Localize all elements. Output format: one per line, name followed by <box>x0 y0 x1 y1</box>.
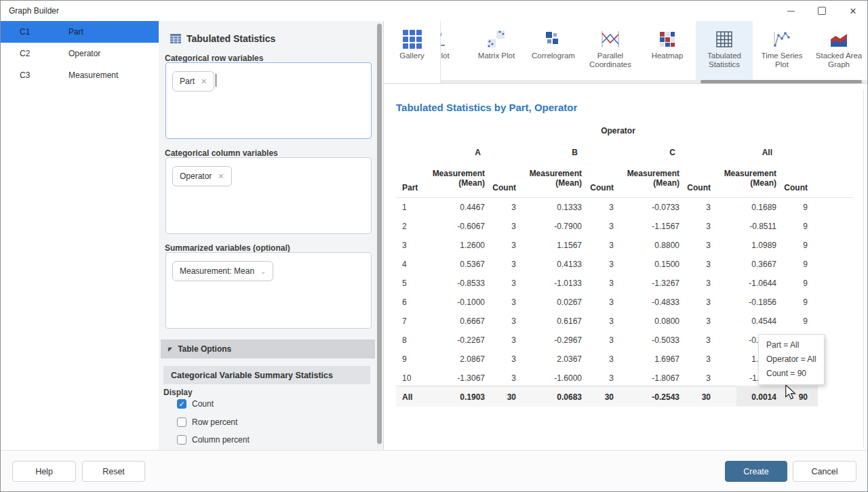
table-row-cell: 3 <box>679 217 711 236</box>
gallery-scrollbar[interactable] <box>440 80 868 83</box>
gallery-tab-matrix-plot[interactable]: Matrix Plot <box>468 21 525 80</box>
table-row-cell: 9 <box>776 293 808 312</box>
table-row-cell: 3 <box>679 312 711 331</box>
column-id: C1 <box>20 27 47 37</box>
help-button[interactable]: Help <box>12 461 76 482</box>
table-row-cell: 1.6967 <box>614 350 679 369</box>
dialog-footer: Help Reset Create Cancel <box>1 450 868 492</box>
table-row-cell: 3 <box>485 255 516 274</box>
parallel-coordinates-icon <box>599 28 621 50</box>
table-row-part: 5 <box>396 274 429 293</box>
panel-scrollbar[interactable] <box>377 22 382 447</box>
spacer <box>582 142 614 163</box>
gallery-scrollbar-thumb[interactable] <box>701 80 862 83</box>
create-button[interactable]: Create <box>725 461 787 482</box>
table-row-all-cell: 30 <box>582 388 614 407</box>
checkbox-count[interactable]: ✓Count <box>177 399 214 409</box>
maximize-button[interactable] <box>806 1 837 21</box>
gallery-tab-gallery[interactable]: Gallery <box>384 21 441 83</box>
graph-builder-window: Graph Builder ✕ C1PartC2OperatorC3Measur… <box>0 0 868 492</box>
data-tooltip: Part = AllOperator = AllCount = 90 <box>758 334 825 385</box>
checkbox-column-percent[interactable]: Column percent <box>177 435 250 445</box>
chip-label: Measurement: Mean <box>180 266 254 276</box>
chevron-down-icon[interactable]: ⌄ <box>260 268 266 275</box>
table-row-all-cell: 30 <box>679 388 711 407</box>
table-row-cell: 3 <box>679 198 711 217</box>
table-row-cell: 3 <box>485 369 516 388</box>
stacked-area-icon <box>828 28 850 50</box>
table-row-all-cell: 0.1903 <box>429 388 485 407</box>
time-series-icon <box>771 28 793 50</box>
gallery-tab-label: Matrix Plot <box>468 52 525 60</box>
builder-panel-title: Tabulated Statistics <box>170 33 275 44</box>
column-name: Part <box>68 27 83 37</box>
table-row-cell: 0.3667 <box>711 255 776 274</box>
unchecked-checkbox-icon[interactable] <box>177 435 186 445</box>
checkbox-row-percent[interactable]: Row percent <box>177 417 237 427</box>
table-row-cell: -0.4833 <box>614 293 679 312</box>
gallery-tab-stacked-area-graph[interactable]: Stacked Area Graph <box>810 21 867 80</box>
gallery-tab-label: Stacked Area Graph <box>810 52 867 69</box>
table-row-cell: 3 <box>679 350 711 369</box>
tooltip-line: Count = 90 <box>766 367 816 381</box>
table-row-cell: 9 <box>776 274 808 293</box>
cancel-button[interactable]: Cancel <box>793 461 856 482</box>
gallery-tab-time-series-plot[interactable]: Time Series Plot <box>753 21 810 80</box>
gallery-tab-correlogram[interactable]: Correlogram <box>525 21 582 80</box>
table-row-cell: -0.0733 <box>614 198 679 217</box>
gallery-tab-label: Heatmap <box>639 52 696 60</box>
table-row-cell: -0.2267 <box>429 331 485 350</box>
reset-button[interactable]: Reset <box>82 461 145 482</box>
checked-checkbox-icon[interactable]: ✓ <box>177 399 186 409</box>
table-row-cell: 0.4467 <box>429 198 485 217</box>
table-row-cell: 9 <box>776 236 808 255</box>
unchecked-checkbox-icon[interactable] <box>177 417 186 427</box>
table-row-cell: -0.1856 <box>711 293 776 312</box>
sidebar-item-measurement[interactable]: C3Measurement <box>1 64 159 86</box>
summarized-variables-dropzone[interactable]: Measurement: Mean⌄ <box>165 252 372 329</box>
table-row-cell: 3 <box>485 236 516 255</box>
gallery-tab-heatmap[interactable]: Heatmap <box>639 21 696 80</box>
table-row-cell: 2.0867 <box>429 350 485 369</box>
column-id: C2 <box>20 49 47 58</box>
close-button[interactable]: ✕ <box>837 1 868 21</box>
collapse-triangle-icon: ◤ <box>168 346 172 352</box>
remove-chip-icon[interactable]: ✕ <box>201 77 207 86</box>
table-row-cell: 0.8800 <box>614 236 679 255</box>
panel-scrollbar-thumb[interactable] <box>377 24 382 444</box>
table-row-cell: 3 <box>582 255 614 274</box>
table-row-cell: 0.5367 <box>429 255 485 274</box>
measurement-mean-column-header: Measurement(Mean) <box>711 163 776 197</box>
column-variables-dropzone[interactable]: Operator✕ <box>165 157 372 234</box>
table-row-cell: 0.1333 <box>516 198 582 217</box>
table-row-cell: 0.6667 <box>429 312 485 331</box>
column-name: Measurement <box>68 70 118 80</box>
table-icon <box>170 34 181 44</box>
table-row-cell: -1.0133 <box>516 274 582 293</box>
part-column-header: Part <box>396 163 429 197</box>
sidebar-item-operator[interactable]: C2Operator <box>1 43 159 64</box>
table-options-header[interactable]: ◤ Table Options <box>161 340 375 358</box>
table-row-part: 6 <box>396 293 429 312</box>
sidebar-item-part[interactable]: C1Part <box>1 21 159 43</box>
variable-chip-measurement-mean[interactable]: Measurement: Mean⌄ <box>172 261 273 281</box>
column-variables-label: Categorical column variables <box>165 148 278 158</box>
variable-chip-operator[interactable]: Operator✕ <box>172 166 232 186</box>
row-variables-dropzone[interactable]: Part✕ <box>165 62 372 139</box>
table-row-all-part: All <box>396 388 429 407</box>
table-row-cell: 9 <box>776 312 808 331</box>
table-row-cell: 3 <box>582 350 614 369</box>
gallery-tab-parallel-coordinates[interactable]: Parallel Coordinates <box>582 21 639 80</box>
close-icon: ✕ <box>850 6 857 16</box>
table-row-cell: 9 <box>776 198 808 217</box>
group-header-a: A <box>429 142 485 163</box>
graph-gallery-strip: Gallerye PlotMatrix PlotCorrelogramParal… <box>384 21 868 84</box>
table-row-cell: -0.8511 <box>711 217 776 236</box>
remove-chip-icon[interactable]: ✕ <box>218 172 224 181</box>
gallery-tab-tabulated-statistics[interactable]: Tabulated Statistics <box>696 21 753 80</box>
variable-chip-part[interactable]: Part✕ <box>172 71 214 91</box>
tooltip-line: Operator = All <box>766 352 816 367</box>
group-header-c: C <box>614 142 679 163</box>
minimize-button[interactable] <box>775 1 806 21</box>
table-row-cell: 3 <box>582 274 614 293</box>
